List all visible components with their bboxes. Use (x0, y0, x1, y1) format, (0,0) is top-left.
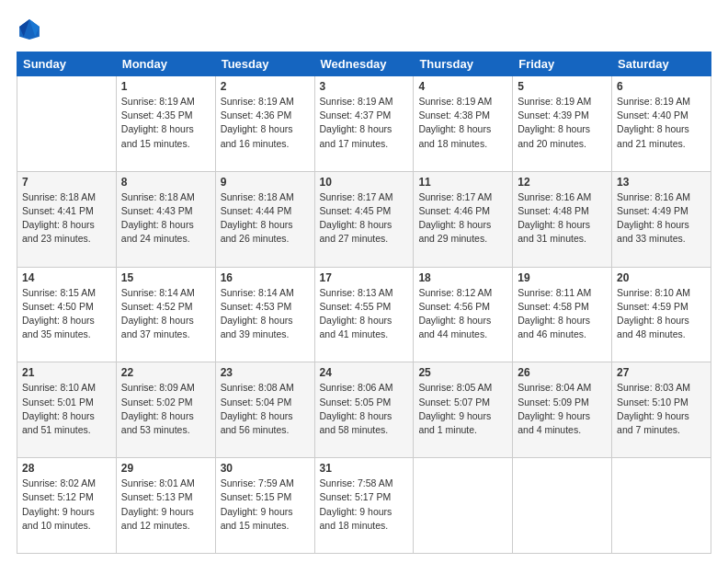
day-number: 17 (320, 271, 409, 284)
day-info: Sunrise: 8:18 AMSunset: 4:41 PMDaylight:… (22, 190, 111, 247)
weekday-header-tuesday: Tuesday (215, 52, 314, 76)
day-info: Sunrise: 8:06 AMSunset: 5:05 PMDaylight:… (320, 381, 409, 437)
day-info: Sunrise: 8:18 AMSunset: 4:43 PMDaylight:… (121, 190, 210, 247)
day-info: Sunrise: 8:19 AMSunset: 4:39 PMDaylight:… (518, 95, 607, 151)
page: SundayMondayTuesdayWednesdayThursdayFrid… (0, 0, 728, 563)
day-info: Sunrise: 8:01 AMSunset: 5:13 PMDaylight:… (121, 477, 210, 533)
day-info: Sunrise: 8:19 AMSunset: 4:40 PMDaylight:… (617, 95, 706, 151)
day-number: 26 (518, 366, 607, 379)
day-number: 6 (617, 80, 706, 93)
day-number: 27 (617, 366, 706, 379)
calendar-cell: 26Sunrise: 8:04 AMSunset: 5:09 PMDayligh… (513, 362, 612, 458)
calendar-cell: 6Sunrise: 8:19 AMSunset: 4:40 PMDaylight… (612, 76, 711, 172)
calendar-cell: 5Sunrise: 8:19 AMSunset: 4:39 PMDaylight… (513, 76, 612, 172)
day-number: 28 (22, 462, 111, 475)
calendar-cell: 23Sunrise: 8:08 AMSunset: 5:04 PMDayligh… (215, 362, 314, 458)
day-info: Sunrise: 8:04 AMSunset: 5:09 PMDaylight:… (518, 381, 607, 437)
calendar-cell: 25Sunrise: 8:05 AMSunset: 5:07 PMDayligh… (414, 362, 513, 458)
calendar-cell: 9Sunrise: 8:18 AMSunset: 4:44 PMDaylight… (215, 171, 314, 267)
day-number: 25 (418, 366, 507, 379)
weekday-header-friday: Friday (513, 52, 612, 76)
day-number: 29 (121, 462, 210, 475)
day-info: Sunrise: 8:03 AMSunset: 5:10 PMDaylight:… (617, 381, 706, 437)
calendar-cell: 21Sunrise: 8:10 AMSunset: 5:01 PMDayligh… (17, 362, 117, 458)
day-number: 13 (617, 176, 706, 189)
calendar-cell: 3Sunrise: 8:19 AMSunset: 4:37 PMDaylight… (314, 76, 414, 172)
calendar-cell: 16Sunrise: 8:14 AMSunset: 4:53 PMDayligh… (215, 267, 314, 362)
day-number: 14 (22, 271, 111, 284)
week-row-2: 14Sunrise: 8:15 AMSunset: 4:50 PMDayligh… (17, 267, 711, 362)
day-info: Sunrise: 8:19 AMSunset: 4:35 PMDaylight:… (121, 95, 210, 151)
calendar-cell: 24Sunrise: 8:06 AMSunset: 5:05 PMDayligh… (314, 362, 414, 458)
day-info: Sunrise: 8:19 AMSunset: 4:36 PMDaylight:… (221, 95, 310, 151)
day-number: 16 (221, 271, 310, 284)
calendar-table: SundayMondayTuesdayWednesdayThursdayFrid… (17, 52, 711, 554)
day-number: 30 (221, 462, 310, 475)
day-info: Sunrise: 8:16 AMSunset: 4:49 PMDaylight:… (617, 190, 706, 247)
day-info: Sunrise: 7:59 AMSunset: 5:15 PMDaylight:… (221, 477, 310, 533)
calendar-cell: 31Sunrise: 7:58 AMSunset: 5:17 PMDayligh… (314, 458, 414, 554)
day-info: Sunrise: 8:13 AMSunset: 4:55 PMDaylight:… (320, 286, 409, 342)
calendar-cell (17, 76, 117, 172)
calendar-cell: 14Sunrise: 8:15 AMSunset: 4:50 PMDayligh… (17, 267, 117, 362)
week-row-4: 28Sunrise: 8:02 AMSunset: 5:12 PMDayligh… (17, 458, 711, 554)
logo-icon (17, 17, 42, 42)
calendar-cell: 10Sunrise: 8:17 AMSunset: 4:45 PMDayligh… (314, 171, 414, 267)
day-info: Sunrise: 8:02 AMSunset: 5:12 PMDaylight:… (22, 477, 111, 533)
day-number: 20 (617, 271, 706, 284)
day-number: 23 (221, 366, 310, 379)
day-number: 10 (320, 176, 409, 189)
calendar-cell: 11Sunrise: 8:17 AMSunset: 4:46 PMDayligh… (414, 171, 513, 267)
weekday-header-sunday: Sunday (17, 52, 117, 76)
day-info: Sunrise: 8:05 AMSunset: 5:07 PMDaylight:… (418, 381, 507, 437)
day-info: Sunrise: 8:08 AMSunset: 5:04 PMDaylight:… (221, 381, 310, 437)
day-number: 11 (418, 176, 507, 189)
day-info: Sunrise: 8:14 AMSunset: 4:52 PMDaylight:… (121, 286, 210, 342)
day-number: 3 (320, 80, 409, 93)
day-number: 31 (320, 462, 409, 475)
header (17, 17, 711, 42)
day-number: 18 (418, 271, 507, 284)
day-number: 2 (221, 80, 310, 93)
day-info: Sunrise: 8:14 AMSunset: 4:53 PMDaylight:… (221, 286, 310, 342)
calendar-cell: 30Sunrise: 7:59 AMSunset: 5:15 PMDayligh… (215, 458, 314, 554)
day-info: Sunrise: 8:09 AMSunset: 5:02 PMDaylight:… (121, 381, 210, 437)
calendar-cell: 28Sunrise: 8:02 AMSunset: 5:12 PMDayligh… (17, 458, 117, 554)
week-row-1: 7Sunrise: 8:18 AMSunset: 4:41 PMDaylight… (17, 171, 711, 267)
day-info: Sunrise: 8:16 AMSunset: 4:48 PMDaylight:… (518, 190, 607, 247)
day-info: Sunrise: 8:17 AMSunset: 4:45 PMDaylight:… (320, 190, 409, 247)
day-number: 4 (418, 80, 507, 93)
calendar-cell: 17Sunrise: 8:13 AMSunset: 4:55 PMDayligh… (314, 267, 414, 362)
calendar-cell: 7Sunrise: 8:18 AMSunset: 4:41 PMDaylight… (17, 171, 117, 267)
calendar-cell: 29Sunrise: 8:01 AMSunset: 5:13 PMDayligh… (116, 458, 215, 554)
day-info: Sunrise: 8:12 AMSunset: 4:56 PMDaylight:… (418, 286, 507, 342)
day-info: Sunrise: 7:58 AMSunset: 5:17 PMDaylight:… (320, 477, 409, 533)
calendar-cell: 1Sunrise: 8:19 AMSunset: 4:35 PMDaylight… (116, 76, 215, 172)
day-info: Sunrise: 8:17 AMSunset: 4:46 PMDaylight:… (418, 190, 507, 247)
calendar-cell: 12Sunrise: 8:16 AMSunset: 4:48 PMDayligh… (513, 171, 612, 267)
day-info: Sunrise: 8:15 AMSunset: 4:50 PMDaylight:… (22, 286, 111, 342)
calendar-cell: 22Sunrise: 8:09 AMSunset: 5:02 PMDayligh… (116, 362, 215, 458)
calendar-cell (513, 458, 612, 554)
day-number: 1 (121, 80, 210, 93)
day-info: Sunrise: 8:19 AMSunset: 4:37 PMDaylight:… (320, 95, 409, 151)
week-row-3: 21Sunrise: 8:10 AMSunset: 5:01 PMDayligh… (17, 362, 711, 458)
calendar-cell: 4Sunrise: 8:19 AMSunset: 4:38 PMDaylight… (414, 76, 513, 172)
calendar-cell: 13Sunrise: 8:16 AMSunset: 4:49 PMDayligh… (612, 171, 711, 267)
calendar-cell: 19Sunrise: 8:11 AMSunset: 4:58 PMDayligh… (513, 267, 612, 362)
day-number: 15 (121, 271, 210, 284)
weekday-header-row: SundayMondayTuesdayWednesdayThursdayFrid… (17, 52, 711, 76)
week-row-0: 1Sunrise: 8:19 AMSunset: 4:35 PMDaylight… (17, 76, 711, 172)
day-number: 21 (22, 366, 111, 379)
day-info: Sunrise: 8:10 AMSunset: 4:59 PMDaylight:… (617, 286, 706, 342)
day-number: 7 (22, 176, 111, 189)
weekday-header-thursday: Thursday (414, 52, 513, 76)
calendar-cell: 15Sunrise: 8:14 AMSunset: 4:52 PMDayligh… (116, 267, 215, 362)
day-number: 8 (121, 176, 210, 189)
calendar-cell (414, 458, 513, 554)
day-number: 24 (320, 366, 409, 379)
calendar-cell (612, 458, 711, 554)
day-info: Sunrise: 8:10 AMSunset: 5:01 PMDaylight:… (22, 381, 111, 437)
calendar-cell: 20Sunrise: 8:10 AMSunset: 4:59 PMDayligh… (612, 267, 711, 362)
day-info: Sunrise: 8:18 AMSunset: 4:44 PMDaylight:… (221, 190, 310, 247)
